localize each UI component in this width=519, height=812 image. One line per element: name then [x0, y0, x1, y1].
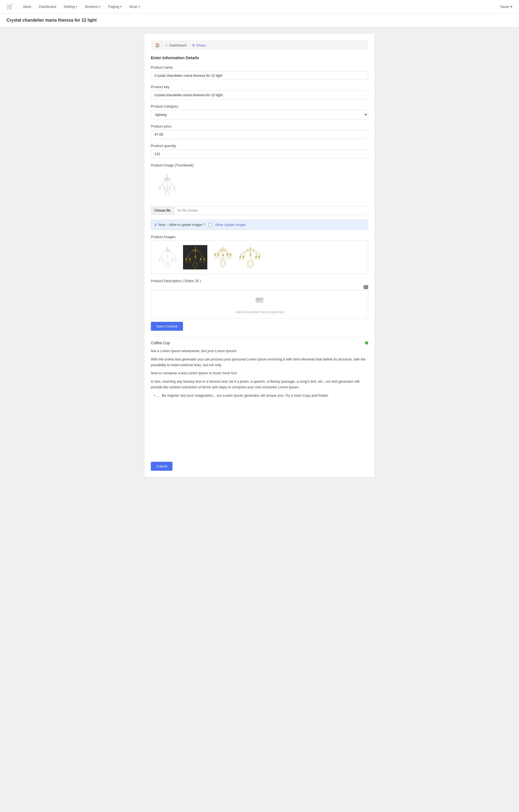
navbar-link-paging[interactable]: Paging ▾ — [105, 2, 125, 11]
svg-point-101 — [239, 257, 241, 260]
svg-rect-32 — [163, 258, 164, 260]
breadcrumb-dashboard[interactable]: ✓ Dashboard — [165, 43, 186, 47]
navbar-link-setting[interactable]: Setting ▾ — [61, 2, 80, 11]
svg-rect-33 — [167, 255, 168, 257]
product-key-label: Product key — [151, 85, 368, 89]
chevron-down-icon: ▾ — [99, 5, 100, 8]
svg-point-61 — [193, 262, 197, 268]
svg-line-68 — [226, 250, 230, 255]
product-images-group: Product Images — [151, 235, 368, 274]
product-thumbnail — [151, 169, 183, 204]
svg-rect-69 — [214, 254, 216, 255]
product-image-item-2[interactable] — [183, 245, 207, 269]
svg-rect-109 — [256, 298, 263, 299]
allow-update-link[interactable]: Allow Update Images — [215, 223, 246, 227]
file-no-chosen-label: No file chosen — [174, 206, 201, 214]
product-price-group: Product price — [151, 124, 368, 139]
svg-line-46 — [198, 251, 202, 256]
product-key-group: Product key — [151, 85, 368, 99]
dark-chandelier-box — [183, 245, 207, 269]
svg-point-38 — [167, 257, 168, 260]
product-name-input[interactable] — [151, 71, 368, 80]
product-image-item-3[interactable] — [210, 245, 235, 269]
svg-point-58 — [194, 257, 196, 260]
chandelier-image-1 — [157, 246, 178, 269]
breadcrumb-shops[interactable]: ⚙ Shops — [192, 43, 206, 47]
navbar-link-store[interactable]: Store — [20, 2, 35, 11]
product-key-input[interactable] — [151, 90, 368, 99]
editor-placeholder-icon — [254, 295, 265, 308]
svg-line-87 — [254, 250, 260, 254]
svg-rect-11 — [164, 186, 165, 188]
coffee-cup-para-1: Not a Lorem Ipsum whatsoever, but your L… — [151, 348, 368, 354]
coffee-cup-title: Coffee Cup — [151, 341, 170, 345]
product-price-input[interactable] — [151, 130, 368, 139]
product-quantity-input[interactable] — [151, 149, 368, 158]
svg-line-95 — [260, 254, 261, 257]
main-content: 🏠 › ✓ Dashboard › ⚙ Shops Enter Informat… — [138, 27, 381, 484]
svg-point-60 — [203, 260, 205, 262]
product-image-item-1[interactable] — [155, 245, 180, 269]
description-label: Product Description ( Editor JS ) — [151, 279, 368, 283]
svg-rect-70 — [218, 254, 219, 255]
editor-placeholder-text: Add Description here (optional) — [235, 310, 284, 314]
svg-line-89 — [241, 254, 242, 257]
form-section-title: Enter Information Details — [151, 55, 368, 60]
navbar-link-shop[interactable]: Shop ▾ — [126, 2, 143, 11]
svg-rect-98 — [250, 254, 251, 255]
svg-rect-14 — [174, 186, 175, 188]
product-category-select[interactable]: lighting furniture decor — [151, 110, 368, 119]
svg-point-79 — [220, 259, 226, 267]
svg-rect-73 — [230, 254, 231, 255]
chevron-down-icon: ▾ — [76, 5, 77, 8]
user-label: Yazan — [500, 5, 510, 9]
svg-point-106 — [247, 260, 254, 268]
svg-point-41 — [166, 262, 170, 268]
submit-button[interactable]: Submit — [151, 462, 172, 471]
breadcrumb-home[interactable]: 🏠 — [155, 43, 160, 47]
svg-rect-72 — [227, 254, 228, 255]
product-image-item-4[interactable] — [238, 245, 262, 269]
svg-line-83 — [241, 250, 247, 254]
svg-point-20 — [165, 191, 169, 197]
editor-area[interactable]: Add Description here (optional) — [151, 290, 368, 319]
editor-toolbar: ↕ — [151, 285, 368, 289]
svg-point-37 — [162, 260, 164, 262]
svg-line-26 — [170, 251, 174, 256]
chevron-down-icon: ▾ — [138, 5, 140, 8]
navbar-link-dashboard[interactable]: Dashboard — [36, 2, 59, 11]
svg-rect-10 — [159, 186, 160, 188]
product-price-label: Product price — [151, 124, 368, 128]
svg-line-44 — [188, 251, 193, 256]
chandelier-image-3 — [213, 246, 233, 269]
gear-icon: ⚙ — [192, 43, 195, 47]
svg-rect-34 — [172, 258, 173, 260]
chevron-down-icon: ▾ — [120, 5, 122, 8]
svg-rect-31 — [159, 258, 160, 260]
save-content-button[interactable]: Save Content — [151, 322, 183, 331]
breadcrumb: 🏠 › ✓ Dashboard › ⚙ Shops — [151, 40, 368, 50]
svg-point-40 — [175, 260, 176, 262]
info-icon: ℹ — [155, 223, 156, 227]
navbar-user[interactable]: Yazan ▾ — [500, 5, 513, 9]
file-input-wrapper: Choose file No file chosen — [151, 206, 368, 215]
coffee-cup-para-2: With the online text generator you can p… — [151, 357, 368, 368]
product-description-group: Product Description ( Editor JS ) ↕ Add … — [151, 279, 368, 331]
product-images-container — [151, 240, 368, 274]
coffee-cup-section: Coffee Cup Not a Lorem Ipsum whatsoever,… — [151, 336, 368, 399]
svg-point-104 — [255, 257, 257, 260]
svg-rect-110 — [256, 300, 261, 301]
svg-line-86 — [253, 250, 257, 254]
navbar-link-sections[interactable]: Sections ▾ — [81, 2, 104, 11]
svg-line-84 — [244, 250, 248, 254]
product-images-label: Product Images — [151, 235, 368, 239]
navbar-links: Store Dashboard Setting ▾ Sections ▾ Pag… — [20, 2, 500, 11]
product-quantity-group: Product quantity — [151, 144, 368, 158]
svg-rect-52 — [189, 258, 190, 260]
choose-file-button[interactable]: Choose file — [151, 206, 174, 214]
allow-update-checkbox[interactable] — [208, 223, 212, 227]
svg-point-102 — [242, 257, 244, 260]
svg-line-64 — [215, 250, 220, 255]
product-name-group: Product name — [151, 65, 368, 80]
editor-expand-button[interactable]: ↕ — [364, 285, 368, 289]
